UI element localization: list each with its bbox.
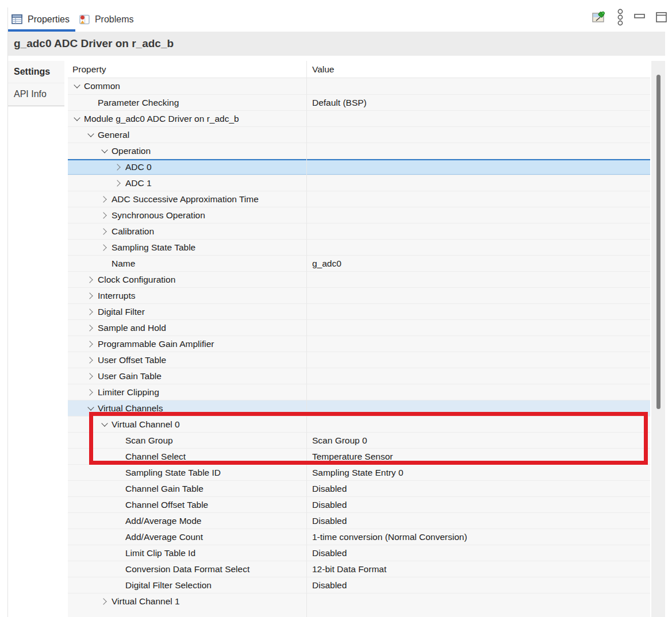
- table-row[interactable]: Limit Clip Table IdDisabled: [68, 545, 650, 561]
- expand-toggle[interactable]: [100, 195, 112, 204]
- expand-toggle[interactable]: [86, 404, 98, 413]
- table-row[interactable]: Virtual Channel 0: [68, 416, 650, 432]
- expand-toggle[interactable]: [86, 291, 98, 300]
- table-row[interactable]: Digital Filter: [68, 303, 650, 319]
- table-row[interactable]: Channel Gain TableDisabled: [68, 480, 650, 496]
- table-row[interactable]: Parameter CheckingDefault (BSP): [68, 94, 650, 110]
- value-cell[interactable]: Disabled: [312, 516, 347, 526]
- expand-toggle[interactable]: [72, 82, 84, 91]
- tab-problems[interactable]: Problems: [75, 9, 140, 30]
- value-cell[interactable]: Temperature Sensor: [312, 452, 393, 462]
- table-row[interactable]: Synchronous Operation: [68, 207, 650, 223]
- table-row[interactable]: Conversion Data Format Select12-bit Data…: [68, 561, 650, 577]
- chevron-right-icon[interactable]: [114, 164, 120, 170]
- table-row[interactable]: General: [68, 126, 650, 142]
- table-row[interactable]: Add/Average ModeDisabled: [68, 512, 650, 529]
- table-row[interactable]: Sampling State Table IDSampling State En…: [68, 464, 650, 480]
- chevron-down-icon[interactable]: [87, 404, 94, 410]
- table-row[interactable]: Channel Offset TableDisabled: [68, 496, 650, 512]
- chevron-right-icon[interactable]: [100, 244, 106, 250]
- chevron-right-icon[interactable]: [100, 196, 106, 202]
- expand-toggle[interactable]: [72, 114, 84, 124]
- expand-toggle[interactable]: [86, 356, 98, 365]
- value-cell[interactable]: Disabled: [312, 548, 347, 558]
- scrollbar-thumb[interactable]: [656, 75, 661, 409]
- chevron-right-icon[interactable]: [86, 276, 93, 283]
- table-row[interactable]: Add/Average Count1-time conversion (Norm…: [68, 529, 650, 545]
- value-cell[interactable]: Sampling State Entry 0: [312, 468, 404, 478]
- sidebar-item-settings[interactable]: Settings: [8, 61, 64, 83]
- maximize-icon[interactable]: [656, 10, 667, 27]
- view-menu-icon[interactable]: [617, 9, 624, 28]
- expand-toggle[interactable]: [100, 146, 112, 156]
- value-cell[interactable]: Scan Group 0: [312, 435, 367, 446]
- table-row[interactable]: Limiter Clipping: [68, 384, 650, 400]
- expand-toggle[interactable]: [114, 163, 125, 172]
- table-row[interactable]: ADC Successive Approximation Time: [68, 191, 650, 207]
- table-row[interactable]: Clock Configuration: [68, 271, 650, 287]
- chevron-right-icon[interactable]: [86, 357, 93, 363]
- minimize-icon[interactable]: [634, 10, 646, 27]
- table-row[interactable]: Virtual Channel 1: [68, 593, 650, 609]
- tab-properties[interactable]: Properties: [8, 9, 75, 30]
- value-cell[interactable]: Disabled: [312, 500, 347, 510]
- expand-toggle[interactable]: [86, 307, 98, 317]
- value-cell[interactable]: Disabled: [312, 580, 347, 591]
- chevron-right-icon[interactable]: [86, 308, 93, 315]
- chevron-down-icon[interactable]: [101, 420, 107, 426]
- value-cell[interactable]: Disabled: [312, 484, 347, 494]
- pin-view-icon[interactable]: [592, 10, 606, 27]
- expand-toggle[interactable]: [86, 340, 98, 349]
- table-row[interactable]: Calibration: [68, 223, 650, 239]
- expand-toggle[interactable]: [100, 243, 112, 252]
- chevron-down-icon[interactable]: [74, 82, 80, 88]
- column-divider[interactable]: [306, 61, 307, 617]
- table-row[interactable]: Module g_adc0 ADC Driver on r_adc_b: [68, 110, 650, 126]
- table-row[interactable]: User Offset Table: [68, 352, 650, 368]
- chevron-right-icon[interactable]: [114, 180, 120, 186]
- chevron-right-icon[interactable]: [86, 389, 93, 395]
- table-row[interactable]: Sampling State Table: [68, 239, 650, 255]
- expand-toggle[interactable]: [86, 130, 98, 140]
- table-row[interactable]: User Gain Table: [68, 368, 650, 384]
- expand-toggle[interactable]: [86, 275, 98, 284]
- value-cell[interactable]: 1-time conversion (Normal Conversion): [312, 532, 467, 542]
- chevron-right-icon[interactable]: [100, 598, 106, 604]
- value-cell[interactable]: Default (BSP): [312, 98, 367, 108]
- expand-toggle[interactable]: [86, 372, 98, 381]
- table-row[interactable]: ADC 1: [68, 175, 650, 191]
- chevron-down-icon[interactable]: [101, 146, 107, 153]
- chevron-down-icon[interactable]: [87, 130, 94, 137]
- chevron-right-icon[interactable]: [86, 325, 93, 331]
- expand-toggle[interactable]: [100, 420, 112, 429]
- chevron-right-icon[interactable]: [86, 292, 93, 299]
- value-cell[interactable]: 12-bit Data Format: [312, 564, 386, 574]
- value-cell[interactable]: g_adc0: [312, 259, 341, 269]
- chevron-down-icon[interactable]: [74, 114, 80, 121]
- expand-toggle[interactable]: [100, 211, 112, 220]
- table-row[interactable]: ADC 0: [68, 159, 650, 175]
- vertical-scrollbar[interactable]: [651, 61, 665, 617]
- table-row[interactable]: Virtual Channels: [68, 400, 650, 416]
- chevron-right-icon[interactable]: [100, 212, 106, 218]
- chevron-right-icon[interactable]: [100, 228, 106, 234]
- expand-toggle[interactable]: [86, 323, 98, 333]
- view-title-bar: g_adc0 ADC Driver on r_adc_b: [8, 32, 665, 56]
- expand-toggle[interactable]: [100, 227, 112, 236]
- table-row[interactable]: Nameg_adc0: [68, 255, 650, 271]
- chevron-right-icon[interactable]: [86, 341, 93, 347]
- table-row[interactable]: Channel SelectTemperature Sensor: [68, 448, 650, 464]
- expand-toggle[interactable]: [86, 388, 98, 397]
- table-row[interactable]: Operation: [68, 142, 650, 159]
- table-row[interactable]: Digital Filter SelectionDisabled: [68, 577, 650, 593]
- table-row[interactable]: Scan GroupScan Group 0: [68, 432, 650, 448]
- table-row[interactable]: Programmable Gain Amplifier: [68, 336, 650, 352]
- table-row[interactable]: Sample and Hold: [68, 319, 650, 336]
- table-row[interactable]: Interrupts: [68, 287, 650, 303]
- table-row[interactable]: Common: [68, 78, 650, 94]
- expand-toggle[interactable]: [100, 597, 112, 606]
- expand-toggle[interactable]: [114, 179, 125, 188]
- chevron-right-icon[interactable]: [86, 373, 93, 379]
- property-label: General: [98, 130, 129, 140]
- sidebar-item-api-info[interactable]: API Info: [8, 83, 64, 106]
